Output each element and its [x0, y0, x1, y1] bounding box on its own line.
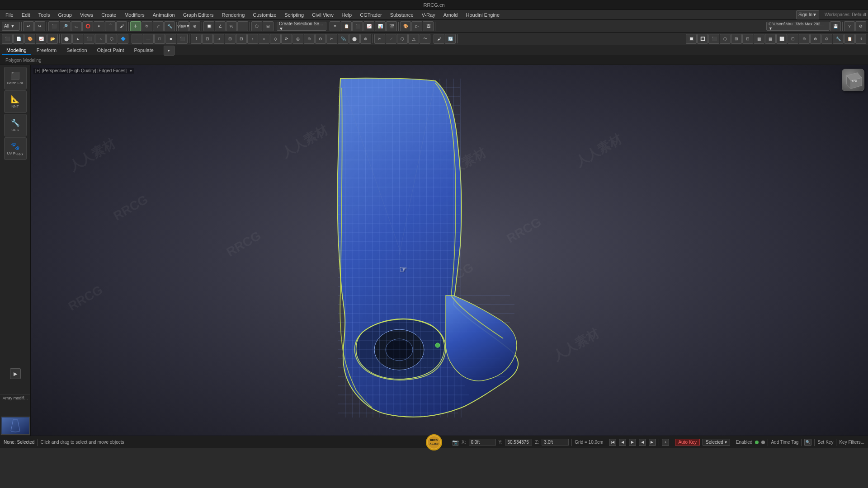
object-type-6[interactable]: 🔷 — [118, 34, 128, 44]
key-filters-btn[interactable]: Key Filters... — [839, 440, 864, 445]
object-type-2[interactable]: ▲ — [72, 34, 83, 44]
align-button[interactable]: ⊞ — [263, 21, 274, 31]
sub-object-border[interactable]: □ — [154, 34, 165, 44]
material-editor-button[interactable]: 🎨 — [24, 34, 35, 44]
tool-r13[interactable]: ⊘ — [821, 34, 832, 44]
create-selection-set[interactable]: Create Selection Se... ▼ — [277, 22, 326, 31]
connect-btn[interactable]: ⊟ — [236, 34, 247, 44]
object-properties[interactable]: 📄 — [13, 34, 24, 44]
cut-btn[interactable]: ✂ — [374, 34, 385, 44]
bridge-btn[interactable]: ⊞ — [225, 34, 236, 44]
select-object-button[interactable]: ⬛ — [48, 21, 59, 31]
menu-file[interactable]: File — [2, 11, 17, 19]
sign-in-dropdown[interactable]: Sign In ▼ — [796, 10, 819, 19]
spinner-snap[interactable]: ⋮ — [237, 21, 248, 31]
search-btn[interactable]: 🔍 — [804, 439, 811, 446]
scene-states[interactable]: 📋 — [341, 21, 352, 31]
tool-r7[interactable]: ▩ — [754, 34, 764, 44]
menu-rendering[interactable]: Rendering — [218, 11, 249, 19]
tool-r14[interactable]: 🔧 — [833, 34, 844, 44]
tool-r6[interactable]: ⊟ — [742, 34, 753, 44]
flip-normals-btn[interactable]: ↕ — [247, 34, 258, 44]
sub-object-vertex[interactable]: · — [132, 34, 142, 44]
tool-r9[interactable]: ⬜ — [776, 34, 787, 44]
select-by-name-button[interactable]: 🔎 — [60, 21, 71, 31]
viewcube-shape[interactable]: TOP — [842, 69, 864, 91]
reference-coord-dropdown[interactable]: View▼ — [178, 21, 189, 31]
menu-scripting[interactable]: Scripting — [281, 11, 307, 19]
menu-civil-view[interactable]: Civil View — [308, 11, 337, 19]
chamfer-btn[interactable]: ◇ — [270, 34, 281, 44]
circle-sel-button[interactable]: ⭕ — [82, 21, 93, 31]
menu-customize[interactable]: Customize — [249, 11, 280, 19]
tab-selection[interactable]: Selection — [62, 46, 91, 55]
viewcube[interactable]: TOP — [842, 69, 864, 91]
new-scene[interactable]: 📂 — [47, 34, 58, 44]
tab-options[interactable]: ▾ — [164, 46, 175, 56]
tab-freeform[interactable]: Freeform — [32, 46, 61, 55]
tool-r8[interactable]: ▦ — [765, 34, 776, 44]
track-view[interactable]: 📈 — [36, 34, 47, 44]
shrink-btn[interactable]: ⊖ — [315, 34, 326, 44]
menu-vray[interactable]: V-Ray — [418, 11, 439, 19]
tab-object-paint[interactable]: Object Paint — [93, 46, 129, 55]
redo-button[interactable]: ↪ — [34, 21, 45, 31]
object-type-1[interactable]: ⬤ — [61, 34, 72, 44]
sub-object-edge[interactable]: — — [143, 34, 154, 44]
add-frame-btn[interactable]: + — [662, 439, 669, 446]
snap-toggle[interactable]: 🔲 — [203, 21, 214, 31]
undo-button[interactable]: ↩ — [23, 21, 34, 31]
coord-x-field[interactable]: 0.0ft — [469, 439, 496, 446]
frame-buffer[interactable]: 🖼 — [423, 21, 434, 31]
render-setup[interactable]: 🎨 — [400, 21, 411, 31]
mirror-button[interactable]: ⬡ — [251, 21, 262, 31]
menu-group[interactable]: Group — [54, 11, 75, 19]
menu-views[interactable]: Views — [76, 11, 97, 19]
sub-object-poly[interactable]: ■ — [165, 34, 176, 44]
select-scale-button[interactable]: ⤢ — [153, 21, 164, 31]
quick-render[interactable]: ▷ — [411, 21, 422, 31]
tab-populate[interactable]: Populate — [129, 46, 158, 55]
sidebar-nnt[interactable]: 📐 NNT — [4, 90, 27, 113]
set-key-btn[interactable]: Set Key — [817, 440, 833, 445]
menu-tools[interactable]: Tools — [35, 11, 54, 19]
detach-btn[interactable]: ✂ — [326, 34, 337, 44]
prev-frame-btn[interactable]: ◀ — [619, 439, 626, 446]
first-frame-btn[interactable]: |◀ — [609, 439, 616, 446]
menu-help[interactable]: Help — [338, 11, 356, 19]
file-path-dropdown[interactable]: C:\Users\Mru...\3ds Max 202... ▼ — [766, 22, 830, 31]
angle-snap-toggle[interactable]: ∠ — [215, 21, 226, 31]
settings-button[interactable]: ⚙ — [855, 21, 866, 31]
tool-r5[interactable]: ⊞ — [731, 34, 742, 44]
tool-r4[interactable]: ⬡ — [720, 34, 731, 44]
dope-sheet[interactable]: 📊 — [375, 21, 386, 31]
use-center-flyout[interactable]: ⊕ — [189, 21, 200, 31]
help-button[interactable]: ? — [844, 21, 855, 31]
menu-modifiers[interactable]: Modifiers — [121, 11, 148, 19]
weld-btn[interactable]: ○ — [259, 34, 269, 44]
sidebar-batch[interactable]: ⬛ Batch E/A — [4, 67, 27, 89]
conform-btn[interactable]: 🔃 — [445, 34, 456, 44]
fence-sel-button[interactable]: ✦ — [94, 21, 104, 31]
sidebar-ues[interactable]: 🔧 UES — [4, 114, 27, 136]
paint-sel-button[interactable]: 🖌 — [116, 21, 127, 31]
lasso-sel-button[interactable]: ⌒ — [105, 21, 116, 31]
tool-r1[interactable]: 🔲 — [686, 34, 697, 44]
next-frame-btn[interactable]: ▶| — [649, 439, 656, 446]
attach-btn[interactable]: 📎 — [338, 34, 349, 44]
menu-cgtrader[interactable]: CGTrader — [356, 11, 386, 19]
viewport[interactable]: [+] [Perspective] [High Quality] [Edged … — [31, 65, 868, 436]
tab-modeling[interactable]: Modeling — [2, 46, 31, 55]
tool-r16[interactable]: ℹ — [855, 34, 866, 44]
object-type-3[interactable]: ⬛ — [84, 34, 94, 44]
object-data-flow[interactable]: ⬛ — [352, 21, 363, 31]
selection-filter-dropdown[interactable]: All ▼ — [2, 22, 20, 31]
coord-y-field[interactable]: 50.534375 — [505, 439, 532, 446]
selected-dropdown[interactable]: Selected ▾ — [703, 439, 730, 446]
tool-r15[interactable]: 📋 — [844, 34, 855, 44]
cap-btn[interactable]: ⬤ — [349, 34, 360, 44]
percent-snap-toggle[interactable]: % — [226, 21, 237, 31]
collapse-btn[interactable]: ⊛ — [360, 34, 371, 44]
tessellate-btn[interactable]: △ — [408, 34, 419, 44]
select-move-button[interactable]: ✛ — [130, 21, 141, 31]
